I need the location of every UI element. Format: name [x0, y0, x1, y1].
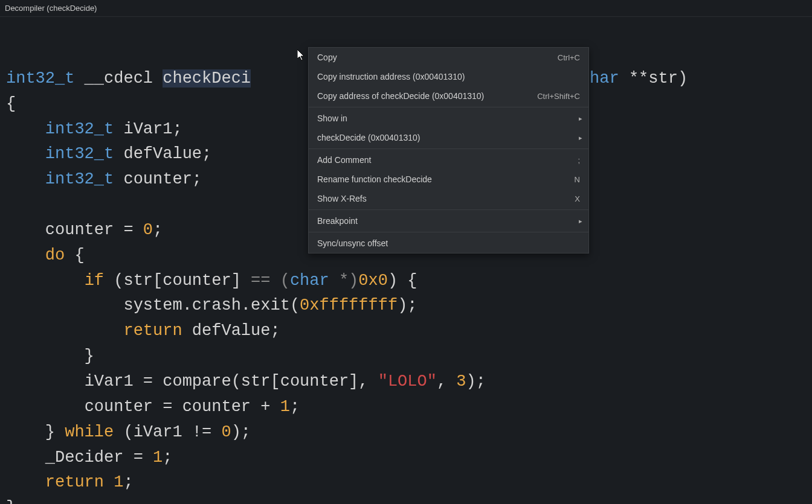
menu-label: Add Comment [317, 155, 371, 165]
menu-label: Copy address of checkDecide (0x00401310) [317, 91, 484, 101]
context-menu: Copy Ctrl+C Copy instruction address (0x… [308, 47, 589, 254]
menu-copy-instruction-address[interactable]: Copy instruction address (0x00401310) [309, 67, 588, 86]
function-name-highlighted[interactable]: checkDeci [163, 69, 251, 88]
menu-breakpoint[interactable]: Breakpoint [309, 211, 588, 231]
menu-shortcut: X [575, 194, 580, 203]
menu-show-in[interactable]: Show in [309, 109, 588, 128]
type-keyword: int32_t [6, 69, 74, 88]
menu-label: Rename function checkDecide [317, 174, 432, 184]
menu-rename-function[interactable]: Rename function checkDecide N [309, 170, 588, 189]
menu-shortcut: N [575, 175, 580, 184]
title-bar: Decompiler (checkDecide) [0, 0, 812, 17]
menu-separator [309, 107, 588, 107]
menu-add-comment[interactable]: Add Comment ; [309, 150, 588, 170]
menu-shortcut: Ctrl+Shift+C [537, 92, 580, 101]
menu-separator [309, 232, 588, 232]
menu-copy[interactable]: Copy Ctrl+C [309, 48, 588, 67]
menu-label: Copy [317, 53, 337, 62]
menu-label: Breakpoint [317, 216, 358, 226]
menu-function-submenu[interactable]: checkDecide (0x00401310) [309, 128, 588, 147]
menu-copy-address-of-function[interactable]: Copy address of checkDecide (0x00401310)… [309, 86, 588, 106]
menu-separator [309, 148, 588, 149]
menu-show-xrefs[interactable]: Show X-Refs X [309, 189, 588, 208]
menu-label: Sync/unsync offset [317, 238, 388, 248]
menu-label: Copy instruction address (0x00401310) [317, 72, 465, 81]
menu-separator [309, 209, 588, 210]
menu-sync-unsync-offset[interactable]: Sync/unsync offset [309, 234, 588, 253]
menu-label: Show in [317, 113, 347, 123]
menu-shortcut: Ctrl+C [558, 53, 580, 62]
menu-shortcut: ; [578, 156, 580, 165]
menu-label: checkDecide (0x00401310) [317, 133, 420, 142]
window-title: Decompiler (checkDecide) [5, 4, 97, 13]
menu-label: Show X-Refs [317, 194, 367, 203]
